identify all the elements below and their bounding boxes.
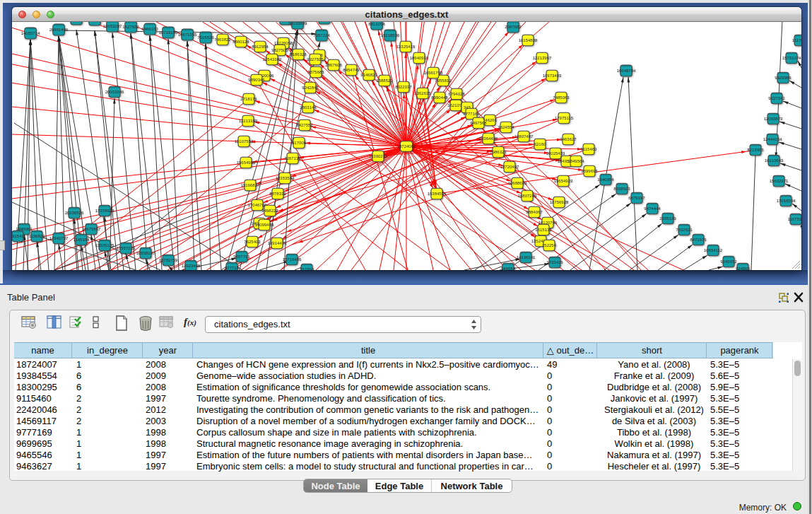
svg-text:8938923: 8938923 — [613, 187, 630, 191]
svg-text:924565: 924565 — [736, 267, 751, 270]
svg-text:1362635: 1362635 — [414, 91, 431, 95]
svg-text:20206526: 20206526 — [65, 211, 84, 215]
svg-text:19166827: 19166827 — [241, 183, 260, 187]
svg-text:12213389: 12213389 — [239, 119, 258, 123]
svg-text:6497568: 6497568 — [470, 121, 487, 125]
svg-text:2087682: 2087682 — [505, 25, 522, 29]
svg-text:3624554: 3624554 — [498, 125, 514, 129]
svg-text:8660124: 8660124 — [233, 40, 249, 44]
svg-text:9929966: 9929966 — [775, 76, 792, 80]
svg-text:17359924: 17359924 — [95, 209, 114, 213]
svg-text:10688609: 10688609 — [508, 181, 527, 185]
svg-text:1640954: 1640954 — [597, 177, 614, 182]
svg-text:1588520: 1588520 — [376, 78, 393, 83]
svg-text:10973493: 10973493 — [543, 74, 562, 78]
svg-text:19654923: 19654923 — [554, 179, 573, 183]
svg-text:946554: 946554 — [501, 267, 516, 270]
svg-text:10654112: 10654112 — [704, 248, 723, 252]
svg-text:10653287: 10653287 — [103, 24, 122, 28]
svg-text:9245652: 9245652 — [720, 259, 737, 264]
svg-text:14055714: 14055714 — [21, 31, 40, 35]
svg-text:9890346: 9890346 — [248, 78, 265, 82]
svg-text:9699695: 9699695 — [581, 169, 598, 173]
svg-text:10543382: 10543382 — [263, 57, 282, 62]
svg-text:1527602: 1527602 — [122, 25, 139, 29]
svg-text:12444154: 12444154 — [763, 137, 782, 141]
svg-text:6466160: 6466160 — [141, 27, 158, 31]
svg-text:9827505: 9827505 — [271, 48, 288, 52]
svg-text:12093873: 12093873 — [764, 117, 783, 121]
svg-text:10756928: 10756928 — [550, 200, 569, 204]
svg-text:15716485: 15716485 — [283, 257, 302, 262]
svg-text:7955812: 7955812 — [435, 78, 452, 83]
svg-text:977716: 977716 — [225, 266, 240, 270]
svg-text:7625402: 7625402 — [244, 240, 261, 244]
svg-text:16210643: 16210643 — [765, 158, 784, 163]
svg-text:9115460: 9115460 — [581, 147, 598, 151]
svg-text:16914479: 16914479 — [268, 241, 287, 245]
svg-text:15692971: 15692971 — [770, 179, 789, 183]
svg-text:2718176: 2718176 — [240, 97, 257, 101]
svg-text:8471676: 8471676 — [690, 238, 707, 242]
svg-text:1615132: 1615132 — [535, 228, 552, 232]
svg-text:15300233: 15300233 — [369, 154, 388, 158]
svg-text:19218506: 19218506 — [381, 33, 400, 37]
svg-text:1117053: 1117053 — [792, 38, 801, 42]
svg-text:18640910: 18640910 — [410, 56, 429, 60]
svg-text:16033809: 16033809 — [288, 22, 307, 25]
svg-text:18724007: 18724007 — [397, 144, 416, 148]
svg-text:3498222: 3498222 — [261, 209, 278, 213]
svg-text:3267130: 3267130 — [284, 156, 301, 160]
svg-text:16648784: 16648784 — [617, 69, 636, 73]
svg-text:6679197: 6679197 — [628, 196, 645, 200]
svg-text:252254: 252254 — [542, 243, 557, 247]
svg-text:3915411: 3915411 — [12, 234, 26, 238]
svg-text:13325419: 13325419 — [396, 45, 416, 49]
svg-text:2867608: 2867608 — [325, 63, 342, 67]
svg-text:9657791: 9657791 — [233, 255, 250, 259]
svg-text:152760: 152760 — [300, 267, 314, 270]
svg-text:62160: 62160 — [534, 142, 546, 146]
svg-text:17016504: 17016504 — [777, 199, 796, 203]
svg-text:12923448: 12923448 — [182, 264, 201, 268]
svg-text:8186328: 8186328 — [290, 52, 307, 57]
svg-text:8213955: 8213955 — [747, 148, 764, 152]
svg-text:19384554: 19384554 — [428, 192, 447, 196]
svg-text:10719155: 10719155 — [159, 30, 178, 35]
svg-text:9242845: 9242845 — [302, 86, 319, 90]
svg-text:17975115: 17975115 — [555, 116, 574, 120]
svg-text:20053346: 20053346 — [105, 90, 124, 94]
svg-text:10025433: 10025433 — [546, 151, 565, 156]
svg-text:8813054: 8813054 — [368, 22, 385, 26]
svg-text:9463627: 9463627 — [560, 137, 577, 141]
svg-text:7632621: 7632621 — [676, 228, 693, 232]
svg-text:9327505: 9327505 — [307, 57, 324, 62]
svg-text:9146821: 9146821 — [360, 73, 377, 77]
svg-text:12213967: 12213967 — [533, 56, 552, 60]
svg-text:917006: 917006 — [292, 141, 307, 145]
svg-text:8322037: 8322037 — [395, 85, 412, 89]
svg-text:7485063: 7485063 — [553, 95, 570, 100]
svg-text:8454749: 8454749 — [343, 68, 360, 72]
svg-text:14099489: 14099489 — [255, 223, 274, 227]
svg-text:18807249: 18807249 — [518, 194, 537, 198]
svg-text:1156829: 1156829 — [29, 234, 46, 238]
svg-text:8878332: 8878332 — [269, 192, 286, 196]
svg-text:1849564: 1849564 — [567, 159, 584, 163]
svg-text:10107552: 10107552 — [235, 139, 254, 144]
svg-text:17957225: 17957225 — [117, 246, 136, 250]
svg-text:6794028: 6794028 — [448, 92, 465, 96]
svg-text:1733426: 1733426 — [546, 260, 563, 264]
svg-text:19654908: 19654908 — [237, 160, 256, 165]
svg-text:20891406: 20891406 — [49, 28, 69, 32]
svg-text:13505135: 13505135 — [95, 243, 114, 247]
svg-text:8990448: 8990448 — [431, 95, 448, 100]
svg-text:13353584: 13353584 — [276, 176, 295, 180]
svg-text:15751074: 15751074 — [782, 56, 801, 60]
svg-text:14136141: 14136141 — [517, 255, 536, 259]
svg-text:1167533: 1167533 — [788, 217, 801, 221]
svg-text:16154808: 16154808 — [519, 38, 538, 42]
svg-text:8427552: 8427552 — [296, 123, 313, 127]
svg-text:12942737: 12942737 — [49, 236, 69, 240]
svg-text:7515526: 7515526 — [197, 35, 214, 40]
